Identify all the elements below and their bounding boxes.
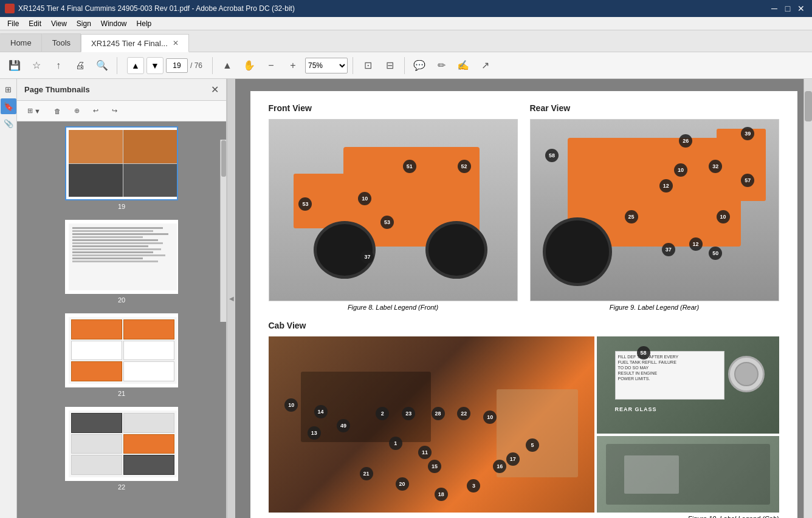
pdf-page: Front View 51 52 (250, 91, 797, 518)
save-button[interactable]: 💾 (5, 56, 24, 75)
sidebar-scrollbar[interactable] (220, 140, 226, 322)
menu-sign[interactable]: Sign (72, 18, 96, 29)
tab-tools-label: Tools (52, 38, 71, 47)
upload-button[interactable]: ↑ (49, 56, 68, 75)
tab-document[interactable]: XR1245 Tier 4 Final... ✕ (81, 34, 189, 52)
tab-bar: Home Tools XR1245 Tier 4 Final... ✕ (0, 30, 812, 52)
label-cab-17: 17 (506, 452, 520, 466)
tab-tools[interactable]: Tools (42, 33, 81, 52)
prev-page-button[interactable]: ▲ (127, 57, 144, 74)
print-button[interactable]: 🖨 (71, 56, 90, 75)
label-12b: 12 (689, 237, 703, 251)
find-button[interactable]: 🔍 (92, 56, 112, 75)
page-number-input[interactable] (166, 58, 188, 73)
zoom-in-button[interactable]: + (283, 56, 303, 75)
bookmark-button[interactable]: ☆ (27, 56, 46, 75)
left-icon-panel: ⊞ 🔖 📎 (0, 79, 17, 518)
fit-page-button[interactable]: ⊡ (358, 56, 377, 75)
title-bar: XR1245 Tier 4 Final Cummins 24905-003 Re… (0, 0, 812, 17)
redo-button[interactable]: ↪ (106, 104, 123, 117)
hand-tool-button[interactable]: ✋ (239, 56, 259, 75)
undo-button[interactable]: ↩ (88, 104, 104, 117)
main-layout: ⊞ 🔖 📎 Page Thumbnails ✕ ⊞ ▼ 🗑 ⊕ ↩ ↪ (0, 79, 812, 518)
rear-view-title: Rear View (530, 103, 779, 113)
sign-button[interactable]: ✍ (453, 56, 473, 75)
pdf-viewer[interactable]: Front View 51 52 (235, 79, 812, 518)
maximize-button[interactable]: □ (782, 2, 794, 15)
sep4 (404, 57, 405, 74)
bookmarks-icon[interactable]: 🔖 (1, 98, 16, 114)
window-controls: ─ □ ✕ (768, 2, 807, 15)
label-37b: 37 (662, 243, 675, 256)
thumbnail-frame-21 (65, 313, 178, 387)
highlight-button[interactable]: ✏ (432, 56, 451, 75)
label-cab-21: 21 (360, 467, 373, 480)
minimize-button[interactable]: ─ (768, 2, 780, 15)
menu-view[interactable]: View (46, 18, 72, 29)
label-50: 50 (709, 247, 722, 260)
front-view-image: 51 52 53 53 10 37 (269, 119, 518, 301)
insert-page-button[interactable]: ⊕ (69, 104, 85, 117)
label-37a: 37 (360, 250, 374, 264)
tab-close-button[interactable]: ✕ (173, 39, 179, 47)
sidebar: Page Thumbnails ✕ ⊞ ▼ 🗑 ⊕ ↩ ↪ (17, 79, 227, 518)
thumbnail-frame-22 (65, 407, 178, 481)
select-tool-button[interactable]: ▲ (218, 56, 237, 75)
cab-right-column: FILL DEF TANK AFTER EVERYFUEL TANK REFIL… (597, 336, 779, 513)
zoom-select[interactable]: 50% 75% 100% 125% 150% 200% (305, 58, 348, 73)
thumbnail-options-button[interactable]: ⊞ ▼ (22, 104, 46, 117)
cab-main-image: 10 14 13 49 2 23 28 22 10 1 11 15 (269, 336, 594, 513)
sidebar-collapse-handle[interactable]: ◀ (227, 79, 235, 518)
thumbnail-page-21[interactable]: 21 (65, 313, 178, 397)
label-12a: 12 (659, 179, 673, 193)
menu-edit[interactable]: Edit (24, 18, 46, 29)
front-view-figure: Front View 51 52 (269, 103, 518, 311)
app-icon (5, 4, 15, 13)
figures-row: Front View 51 52 (269, 103, 779, 311)
thumbnails-area[interactable]: 19 (17, 121, 226, 518)
label-cab-15: 15 (428, 460, 441, 473)
thumbnail-label-21: 21 (118, 390, 125, 397)
tab-document-label: XR1245 Tier 4 Final... (91, 39, 168, 48)
label-53b: 53 (380, 216, 394, 229)
label-cab-14: 14 (314, 405, 328, 418)
label-10b: 10 (674, 163, 687, 177)
next-page-button[interactable]: ▼ (146, 57, 163, 74)
page-navigation: ▲ ▼ / 76 (127, 57, 202, 74)
pdf-scrollbar-thumb (805, 91, 812, 121)
cab-images-row: 10 14 13 49 2 23 28 22 10 1 11 15 (269, 336, 779, 513)
menu-window[interactable]: Window (96, 18, 132, 29)
comment-button[interactable]: 💬 (410, 56, 429, 75)
thumbnail-page-20[interactable]: 20 (65, 220, 178, 304)
window-title: XR1245 Tier 4 Final Cummins 24905-003 Re… (18, 4, 295, 13)
thumbnail-page-19[interactable]: 19 (65, 126, 178, 210)
fit-width-button[interactable]: ⊟ (380, 56, 399, 75)
cab-view-section: Cab View 10 14 13 49 2 (269, 321, 779, 518)
cab-right-bottom-image (597, 436, 779, 513)
close-button[interactable]: ✕ (795, 2, 807, 15)
page-thumbnail-icon[interactable]: ⊞ (1, 81, 16, 97)
rear-glass-text: REAR GLASS (615, 406, 657, 412)
cab-view-title: Cab View (269, 321, 779, 330)
page-separator: / 76 (190, 61, 202, 70)
tab-home[interactable]: Home (0, 33, 42, 52)
label-cab-10: 10 (284, 398, 298, 412)
zoom-out-button[interactable]: − (261, 56, 281, 75)
rear-view-caption: Figure 9. Label Legend (Rear) (530, 304, 779, 311)
front-view-title: Front View (269, 103, 518, 113)
attachments-icon[interactable]: 📎 (1, 115, 16, 131)
pdf-scrollbar[interactable] (803, 79, 812, 518)
label-cab-5: 5 (526, 438, 539, 452)
thumbnail-frame-19 (65, 126, 178, 200)
share-button[interactable]: ↗ (475, 56, 495, 75)
sidebar-close-button[interactable]: ✕ (211, 84, 219, 95)
menu-file[interactable]: File (2, 18, 24, 29)
label-cab-22: 22 (457, 407, 470, 420)
thumbnail-page-22[interactable]: 22 (65, 407, 178, 491)
delete-page-button[interactable]: 🗑 (49, 105, 66, 117)
cab-right-top-image: FILL DEF TANK AFTER EVERYFUEL TANK REFIL… (597, 336, 779, 434)
menu-help[interactable]: Help (132, 18, 157, 29)
label-32: 32 (709, 160, 722, 173)
cab-view-caption: Figure 10. Label Legend (Cab) (269, 515, 779, 518)
sep2 (212, 57, 213, 74)
